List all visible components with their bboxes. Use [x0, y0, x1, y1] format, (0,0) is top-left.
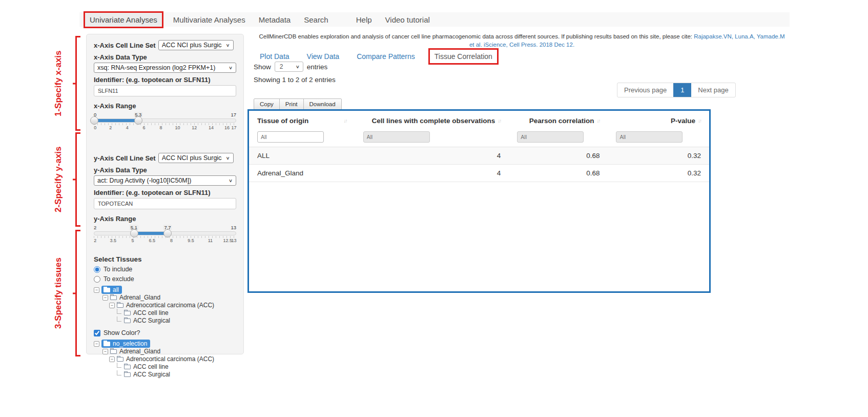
x-range-track[interactable] [94, 118, 236, 123]
x-identifier-label: Identifier: (e.g. topotecan or SLFN11) [94, 76, 236, 84]
cell-lines-filter-input[interactable] [363, 131, 430, 143]
y-identifier-input[interactable] [94, 198, 236, 209]
x-cell-line-set-label: x-Axis Cell Line Set [94, 42, 156, 49]
tree-node-acc-cell-line[interactable]: ACC cell line [94, 309, 236, 316]
folder-icon [117, 303, 123, 308]
page-1-button[interactable]: 1 [673, 83, 691, 97]
show-color-checkbox[interactable] [94, 330, 100, 336]
column-header-pearson-correlation[interactable]: Pearson correlation↓↑ [509, 111, 608, 129]
column-header-tissue-of-origin[interactable]: Tissue of origin↓↑ [249, 111, 355, 129]
collapse-icon[interactable]: − [102, 295, 108, 301]
table-cell-pearson: 0.68 [509, 165, 608, 182]
tree-node-acc-cell-line[interactable]: ACC cell line [94, 363, 236, 370]
collapse-icon[interactable]: − [94, 341, 99, 347]
copy-button[interactable]: Copy [254, 98, 280, 110]
x-identifier-input[interactable] [94, 85, 236, 96]
tissue-correlation-table-container: Tissue of origin↓↑ Cell lines with compl… [247, 109, 711, 293]
tab-compare-patterns[interactable]: Compare Patterns [352, 49, 420, 64]
y-data-type-label: y-Axis Data Type [94, 166, 236, 174]
tree-node-acc[interactable]: − Adrenocortical carcinoma (ACC) [94, 355, 236, 363]
tissue-include-radio-row[interactable]: To include [94, 266, 236, 273]
p-value-filter-input[interactable] [616, 131, 683, 143]
tree-node-acc-surgical[interactable]: ACC Surgical [94, 317, 236, 324]
annotation-step1-label: 1-Specify x-axis [49, 36, 68, 131]
column-header-cell-lines[interactable]: Cell lines with complete observations↓↑ [355, 111, 509, 129]
tissue-exclude-radio-row[interactable]: To exclude [94, 275, 236, 283]
annotation-step2-bracket [75, 132, 80, 227]
y-range-tick-labels: 2 3.5 5 6.5 8 9.5 11 12.5 13 [94, 238, 236, 244]
include-radio-label: To include [104, 266, 132, 273]
include-radio[interactable] [94, 266, 100, 273]
tissue-include-tree: − all − Adrenal_Gland − Adrenocortical c… [94, 286, 236, 324]
tab-tissue-correlation[interactable]: Tissue Correlation [428, 48, 499, 65]
column-header-p-value[interactable]: P-value↓↑ [608, 111, 709, 129]
tree-node-adrenal-gland[interactable]: − Adrenal_Gland [94, 294, 236, 301]
y-range-handle-left[interactable] [130, 229, 138, 237]
collapse-icon[interactable]: − [109, 303, 115, 308]
nav-item-metadata[interactable]: Metadata [252, 13, 298, 26]
annotation-step1-bracket [75, 36, 80, 131]
exclude-radio[interactable] [94, 276, 100, 283]
x-data-type-label: x-Axis Data Type [94, 53, 236, 61]
table-cell-pearson: 0.68 [509, 147, 608, 165]
nav-item-video-tutorial[interactable]: Video tutorial [379, 13, 437, 26]
sort-icon[interactable]: ↓↑ [344, 118, 347, 124]
sort-icon[interactable]: ↓↑ [498, 118, 501, 124]
citation-link[interactable]: Rajapakse.VN, Luna.A, Yamade.M [694, 33, 784, 39]
tree-node-acc[interactable]: − Adrenocortical carcinoma (ACC) [94, 302, 236, 309]
annotation-step2-label: 2-Specify y-axis [49, 132, 68, 227]
citation-link-line2[interactable]: et al. iScience, Cell Press. 2018 Dec 12… [469, 42, 574, 48]
y-range-handle-right[interactable] [163, 229, 172, 237]
exclude-radio-label: To exclude [104, 275, 134, 283]
collapse-icon[interactable]: − [102, 349, 108, 354]
previous-page-button[interactable]: Previous page [617, 83, 673, 97]
x-range-handle-right[interactable] [134, 116, 142, 125]
show-color-row[interactable]: Show Color? [94, 329, 236, 336]
tree-node-acc-surgical[interactable]: ACC Surgical [94, 371, 236, 378]
collapse-icon[interactable]: − [109, 356, 115, 362]
tree-node-no-selection[interactable]: − no_selection [94, 340, 236, 347]
y-cell-line-set-label: y-Axis Cell Line Set [94, 154, 156, 162]
x-cell-line-set-select[interactable]: ACC NCI plus Surgical [158, 40, 234, 50]
pearson-filter-input[interactable] [517, 131, 584, 143]
y-data-type-select[interactable]: act: Drug Activity (-log10[IC50M]) [94, 175, 236, 186]
y-cell-line-set-select-wrap: ACC NCI plus Surgical [158, 153, 234, 163]
y-range-min-value: 2 [94, 225, 96, 230]
filter-cell [608, 129, 709, 147]
next-page-button[interactable]: Next page [691, 83, 735, 97]
page: Univariate Analyses Multivariate Analyse… [0, 0, 868, 417]
y-cell-line-set-select[interactable]: ACC NCI plus Surgical [158, 153, 234, 163]
nav-item-help[interactable]: Help [349, 13, 379, 26]
table-cell-n: 4 [355, 165, 509, 182]
showing-status: Showing 1 to 2 of 2 entries [254, 76, 336, 84]
entries-select[interactable]: 2 [275, 62, 303, 72]
sort-icon[interactable]: ↓↑ [596, 118, 600, 124]
print-button[interactable]: Print [279, 98, 304, 110]
y-range-track[interactable] [94, 231, 236, 235]
folder-icon [117, 357, 123, 362]
nav-item-search[interactable]: Search [297, 13, 335, 26]
nav-item-multivariate-analyses[interactable]: Multivariate Analyses [167, 13, 252, 26]
entries-select-wrap: 2 [275, 62, 303, 72]
citation-text: CellMinerCDB enables exploration and ana… [255, 32, 789, 49]
export-buttons: Copy Print Download [254, 98, 341, 110]
tree-connector [117, 316, 121, 322]
folder-icon [124, 319, 131, 323]
controls-panel: x-Axis Cell Line Set ACC NCI plus Surgic… [86, 34, 244, 354]
table-cell-p-value: 0.32 [608, 165, 709, 182]
sort-icon[interactable]: ↓↑ [698, 118, 701, 124]
collapse-icon[interactable]: − [94, 287, 99, 293]
y-identifier-label: Identifier: (e.g. topotecan or SLFN11) [94, 189, 236, 196]
folder-icon [104, 342, 110, 346]
nav-item-univariate-analyses[interactable]: Univariate Analyses [84, 11, 163, 28]
annotation-step3-label: 3-Specify tissues [49, 230, 68, 356]
tree-node-all[interactable]: − all [94, 286, 236, 293]
x-range-handle-left[interactable] [90, 116, 98, 125]
x-range-slider: 0 5.3 17 0 2 4 6 8 10 12 14 16 17 [94, 112, 236, 134]
x-data-type-select[interactable]: xsq: RNA-seq Expression (log2 FPKM+1) [94, 63, 236, 73]
tree-connector [117, 370, 121, 375]
table-cell-tissue: ALL [249, 147, 355, 165]
tree-node-adrenal-gland[interactable]: − Adrenal_Gland [94, 348, 236, 355]
download-button[interactable]: Download [303, 98, 342, 110]
tissue-filter-input[interactable] [257, 131, 324, 143]
